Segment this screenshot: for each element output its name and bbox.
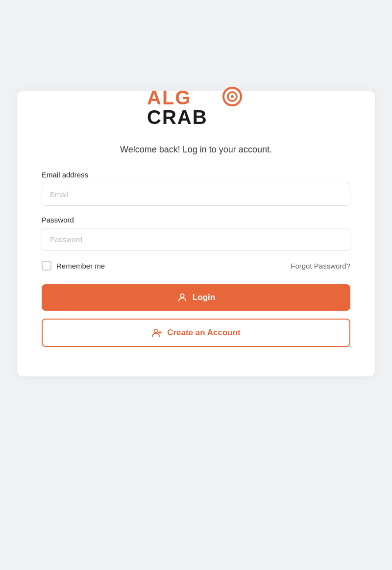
- welcome-text: Welcome back! Log in to your account.: [42, 145, 350, 155]
- logo-svg: ALG CRAB: [147, 86, 245, 127]
- create-account-button-label: Create an Account: [167, 328, 241, 338]
- svg-text:ALG: ALG: [147, 87, 191, 108]
- remember-me-label: Remember me: [56, 262, 105, 270]
- options-row: Remember me Forgot Password?: [42, 261, 350, 271]
- create-account-button[interactable]: Create an Account: [42, 319, 350, 347]
- logo-area: ALG CRAB: [42, 86, 350, 127]
- remember-me-checkbox[interactable]: [42, 261, 51, 271]
- login-button-label: Login: [193, 293, 215, 302]
- email-label: Email address: [42, 171, 350, 179]
- login-button[interactable]: Login: [42, 284, 350, 311]
- svg-point-15: [154, 329, 158, 333]
- svg-text:CRAB: CRAB: [147, 106, 208, 127]
- password-input[interactable]: [42, 228, 350, 251]
- login-card: ALGO CRAB ALG CRAB Welcom: [17, 91, 375, 376]
- forgot-password-link[interactable]: Forgot Password?: [291, 262, 350, 270]
- create-account-person-icon: [151, 327, 162, 338]
- login-person-icon: [177, 292, 188, 303]
- svg-point-14: [180, 294, 184, 297]
- svg-point-12: [231, 95, 234, 98]
- remember-me-group: Remember me: [42, 261, 105, 271]
- email-input[interactable]: [42, 183, 350, 206]
- email-field-group: Email address: [42, 171, 350, 216]
- password-label: Password: [42, 216, 350, 224]
- password-field-group: Password: [42, 216, 350, 261]
